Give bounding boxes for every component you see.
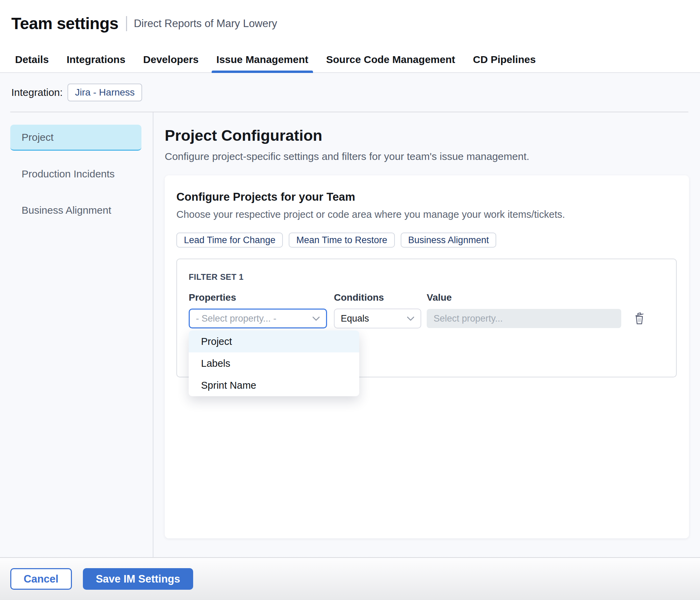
tab-developers[interactable]: Developers [143, 47, 199, 72]
filter-set-card: FILTER SET 1 Properties Conditions Value… [176, 259, 677, 377]
tab-bar: Details Integrations Developers Issue Ma… [0, 47, 700, 73]
chevron-down-icon [407, 316, 414, 321]
conditions-select[interactable]: Equals [334, 309, 421, 328]
tab-cd-pipelines[interactable]: CD Pipelines [473, 47, 536, 72]
settings-sidebar: Project Production Incidents Business Al… [0, 112, 153, 557]
conditions-column-label: Conditions [334, 292, 427, 303]
tab-integrations[interactable]: Integrations [66, 47, 125, 72]
integration-chip[interactable]: Jira - Harness [67, 84, 142, 101]
delete-filter-button[interactable] [634, 312, 645, 325]
dropdown-option-sprint-name[interactable]: Sprint Name [189, 374, 359, 396]
value-column-label: Value [427, 292, 621, 303]
integration-row: Integration: Jira - Harness [0, 73, 700, 112]
pill-business-alignment[interactable]: Business Alignment [401, 233, 497, 248]
filter-controls-row: - Select property... - Project Labels Sp… [189, 309, 676, 328]
metric-pill-row: Lead Time for Change Mean Time to Restor… [176, 233, 677, 248]
filter-set-title: FILTER SET 1 [189, 272, 676, 282]
section-title: Project Configuration [165, 127, 689, 145]
properties-column-label: Properties [189, 292, 334, 303]
chevron-down-icon [312, 316, 320, 321]
pill-mean-time-to-restore[interactable]: Mean Time to Restore [289, 233, 395, 248]
section-subtitle: Configure project-specific settings and … [165, 151, 689, 162]
filter-column-labels: Properties Conditions Value [189, 292, 676, 303]
properties-select-value: - Select property... - [196, 313, 276, 324]
team-settings-page: Team settings Direct Reports of Mary Low… [0, 0, 700, 600]
properties-dropdown-menu: Project Labels Sprint Name [189, 330, 359, 396]
cancel-button[interactable]: Cancel [10, 568, 72, 590]
page-subtitle: Direct Reports of Mary Lowery [134, 17, 277, 30]
page-title: Team settings [11, 14, 118, 33]
properties-select[interactable]: - Select property... - [189, 309, 327, 328]
pill-lead-time-for-change[interactable]: Lead Time for Change [176, 233, 283, 248]
conditions-select-value: Equals [341, 313, 369, 324]
tab-details[interactable]: Details [15, 47, 49, 72]
main-panel: Project Configuration Configure project-… [153, 112, 700, 557]
trash-icon [634, 312, 645, 325]
sidebar-item-business-alignment[interactable]: Business Alignment [10, 197, 141, 223]
sidebar-item-project[interactable]: Project [10, 125, 141, 151]
properties-select-wrap: - Select property... - Project Labels Sp… [189, 309, 327, 328]
integration-label: Integration: [11, 87, 63, 98]
page-header: Team settings Direct Reports of Mary Low… [0, 0, 700, 47]
title-separator [126, 16, 127, 31]
sidebar-item-production-incidents[interactable]: Production Incidents [10, 161, 141, 187]
tab-issue-management[interactable]: Issue Management [216, 47, 308, 72]
content-area: Project Production Incidents Business Al… [0, 112, 700, 557]
dropdown-option-labels[interactable]: Labels [189, 352, 359, 374]
card-subtitle: Choose your respective project or code a… [176, 209, 677, 220]
card-title: Configure Projects for your Team [176, 190, 677, 203]
value-input[interactable] [427, 309, 621, 328]
configure-projects-card: Configure Projects for your Team Choose … [165, 175, 689, 538]
tab-source-code-management[interactable]: Source Code Management [326, 47, 455, 72]
dropdown-option-project[interactable]: Project [189, 330, 359, 352]
footer-action-bar: Cancel Save IM Settings [0, 557, 700, 600]
save-im-settings-button[interactable]: Save IM Settings [83, 568, 193, 590]
